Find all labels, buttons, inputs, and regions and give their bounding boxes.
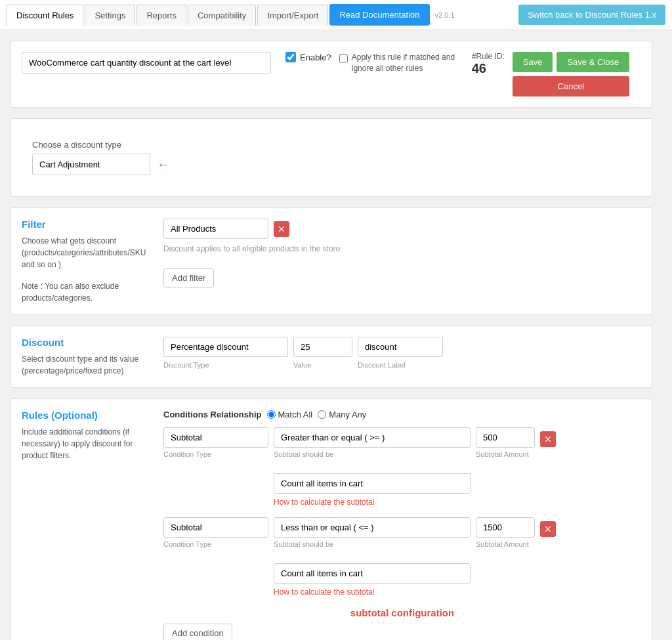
rules-title: Rules (Optional) [22,410,153,421]
discount-type-select2[interactable]: Percentage discount Fixed discount Fixed… [163,337,288,357]
action-buttons: Save Save & Close Cancel [513,52,629,96]
match-all-radio-label[interactable]: Match All [267,410,313,419]
condition-op-select-2[interactable]: Less than or equal ( <= ) Greater than (… [274,517,471,538]
apply-rule-group: Apply this rule if matched and ignore al… [339,52,457,74]
save-button[interactable]: Save [513,52,553,72]
condition-type-select-1[interactable]: Subtotal Cart quantity Product quantity [163,427,268,448]
match-all-radio[interactable] [267,410,276,419]
enable-group: Enable? [285,52,331,62]
condition-value-label-2: Subtotal Amount [476,540,535,548]
many-any-label: Many Any [329,410,366,419]
condition-op-label-1: Subtotal should be [274,450,471,458]
discount-desc: Select discount type and its value (perc… [22,353,153,377]
condition-value-label-1: Subtotal Amount [476,450,535,458]
add-filter-button[interactable]: Add filter [163,268,214,288]
main-content: Enable? Apply this rule if matched and i… [0,30,663,640]
filter-type-select[interactable]: All Products Specific Products Specific … [163,219,268,239]
count-select-1[interactable]: Count all items in cart Count unique ite… [274,473,471,494]
conditions-rel-label: Conditions Relationship [163,410,262,419]
filter-note-text: Discount applies to all eligible product… [163,244,641,253]
apply-rule-text: Apply this rule if matched and ignore al… [352,52,457,74]
condition-type-label-2: Condition Type [163,540,268,548]
many-any-radio-label[interactable]: Many Any [318,410,366,419]
discount-card: Discount Select discount type and its va… [10,326,652,388]
condition-type-label-1: Condition Type [163,450,268,458]
rule-name-card: Enable? Apply this rule if matched and i… [10,41,652,108]
switch-back-button[interactable]: Switch back to Discount Rules 1.x [518,5,665,25]
tab-compatibility[interactable]: Compatibility [188,5,256,26]
rule-name-input[interactable] [22,52,271,74]
remove-filter-button[interactable]: ✕ [274,221,289,237]
enable-label: Enable? [300,53,331,62]
tab-read-documentation[interactable]: Read Documentation [329,4,429,26]
discount-title: Discount [22,337,153,348]
condition-op-select-1[interactable]: Greater than or equal ( >= ) Less than (… [274,427,471,448]
version-badge: v2.0.1 [431,11,459,19]
discount-label-col: Discount Label [358,361,443,369]
top-navigation: Discount Rules Settings Reports Compatib… [0,0,672,30]
conditions-relationship: Conditions Relationship Match All Many A… [163,410,641,419]
how-to-label-2: How to calculate the subtotal [274,587,471,597]
discount-label-input[interactable] [358,337,443,357]
condition-row-1: Subtotal Cart quantity Product quantity … [163,427,641,507]
how-to-label-1: How to calculate the subtotal [274,498,471,507]
discount-type-card: Choose a discount type Cart Adjustment P… [10,118,652,197]
count-select-2[interactable]: Count all items in cart Count unique ite… [274,563,471,584]
condition-value-input-1[interactable] [476,427,535,448]
subtotal-config-label: subtotal configuration [163,607,641,618]
add-condition-button[interactable]: Add condition [163,624,232,640]
rule-id-group: #Rule ID: 46 [472,52,505,76]
discount-value-label: Value [293,361,352,369]
many-any-radio[interactable] [318,410,326,419]
rules-card: Rules (Optional) Include additional cond… [10,398,652,640]
tab-discount-rules[interactable]: Discount Rules [7,5,83,26]
discount-type-field-label: Discount Type [163,361,288,369]
filter-title: Filter [22,219,153,230]
filter-note: Note : You can also exclude products/cat… [22,280,153,304]
remove-condition-button-1[interactable]: ✕ [540,431,556,447]
match-all-label: Match All [278,410,313,419]
filter-desc: Choose what gets discount (products/cate… [22,235,153,270]
rule-id-label: #Rule ID: [472,52,505,61]
tab-reports[interactable]: Reports [136,5,186,26]
condition-value-input-2[interactable] [476,517,535,538]
enable-checkbox[interactable] [285,52,296,62]
rules-desc: Include additional conditions (if necess… [22,426,153,461]
arrow-indicator-icon: ← [157,157,170,172]
discount-type-select[interactable]: Cart Adjustment Percentage Discount Fixe… [32,154,150,175]
discount-type-label: Choose a discount type [32,140,631,150]
tab-settings[interactable]: Settings [85,5,135,26]
filter-card: Filter Choose what gets discount (produc… [10,207,652,315]
discount-value-input[interactable] [293,337,352,357]
condition-type-select-2[interactable]: Subtotal Cart quantity Product quantity [163,517,268,538]
tab-import-export[interactable]: Import/Export [257,5,328,26]
remove-condition-button-2[interactable]: ✕ [540,521,556,537]
condition-row-2: Subtotal Cart quantity Product quantity … [163,517,641,597]
condition-op-label-2: Subtotal should be [274,540,471,548]
save-close-button[interactable]: Save & Close [556,52,629,72]
rule-id-number: 46 [472,61,486,76]
apply-rule-checkbox[interactable] [339,53,348,64]
cancel-button[interactable]: Cancel [513,76,629,96]
